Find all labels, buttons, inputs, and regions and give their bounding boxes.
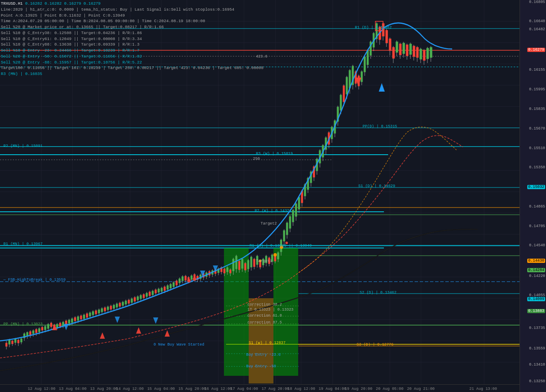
svg-rect-109 xyxy=(74,317,76,321)
price-18: 0.13250 xyxy=(529,379,545,383)
svg-rect-121 xyxy=(92,311,94,315)
svg-rect-131 xyxy=(107,307,109,310)
svg-rect-97 xyxy=(56,324,58,328)
svg-rect-301 xyxy=(361,72,363,82)
svg-rect-245 xyxy=(277,253,279,259)
svg-point-349 xyxy=(273,253,277,257)
price-5: 0.15995 xyxy=(529,87,545,92)
svg-rect-249 xyxy=(283,231,285,241)
price-15032: 0.15032 xyxy=(527,185,545,189)
price-14284: 0.14284 xyxy=(527,268,545,272)
svg-rect-83 xyxy=(35,329,37,333)
svg-rect-133 xyxy=(110,306,112,309)
svg-rect-159 xyxy=(149,292,151,296)
price-10: 0.14865 xyxy=(529,205,545,209)
price-12: 0.14540 xyxy=(529,243,545,248)
svg-rect-81 xyxy=(32,331,34,334)
time-label-6: 16 Aug 12:00 xyxy=(204,387,232,391)
svg-rect-105 xyxy=(68,320,70,323)
price-7: 0.15670 xyxy=(529,127,545,131)
time-label-2: 13 Aug 20:00 xyxy=(90,387,118,391)
svg-rect-93 xyxy=(50,323,52,327)
svg-rect-251 xyxy=(286,223,288,235)
price-axis: 0.16805 0.16640 0.16482 0.16279 0.16155 … xyxy=(520,0,546,392)
svg-rect-107 xyxy=(71,319,73,323)
svg-rect-187 xyxy=(191,276,192,280)
svg-rect-223 xyxy=(244,263,246,270)
time-label-11: 19 Aug 20:00 xyxy=(345,387,372,391)
time-label-3: 14 Aug 12:00 xyxy=(116,387,144,391)
time-label-4: 15 Aug 04:00 xyxy=(147,387,175,391)
price-13883: 0.13883 xyxy=(527,309,545,313)
svg-rect-137 xyxy=(116,304,118,307)
svg-rect-123 xyxy=(95,311,97,314)
svg-rect-243 xyxy=(274,256,276,261)
svg-rect-221 xyxy=(241,259,243,268)
svg-rect-321 xyxy=(392,47,395,58)
svg-rect-213 xyxy=(229,270,231,273)
time-label-1: 13 Aug 04:00 xyxy=(59,387,87,391)
svg-rect-60 xyxy=(273,248,298,376)
svg-rect-289 xyxy=(343,86,345,102)
chart-container: TRXUSD.H1 0.16282 0.16282 0.16279 0.1627… xyxy=(0,0,546,392)
svg-rect-99 xyxy=(59,323,61,326)
svg-rect-305 xyxy=(367,50,369,65)
svg-rect-211 xyxy=(227,268,228,272)
time-label-13: 20 Aug 21:00 xyxy=(407,387,435,391)
svg-rect-161 xyxy=(152,291,154,295)
svg-rect-113 xyxy=(80,316,82,319)
price-9: 0.15350 xyxy=(529,165,545,170)
svg-rect-63 xyxy=(6,343,7,346)
svg-point-348 xyxy=(259,259,261,262)
time-label-10: 19 Aug 04:00 xyxy=(319,387,346,391)
svg-rect-339 xyxy=(423,50,425,61)
time-label-9: 18 Aug 12:00 xyxy=(288,387,315,391)
svg-rect-237 xyxy=(265,256,267,263)
svg-rect-155 xyxy=(143,294,145,298)
time-label-5: 15 Aug 20:00 xyxy=(178,387,206,391)
svg-rect-143 xyxy=(125,301,127,304)
svg-rect-235 xyxy=(262,259,264,265)
svg-point-346 xyxy=(187,279,191,282)
svg-rect-69 xyxy=(15,339,16,343)
svg-rect-217 xyxy=(235,256,237,269)
svg-rect-119 xyxy=(89,313,91,316)
svg-rect-343 xyxy=(430,47,432,58)
svg-rect-209 xyxy=(224,269,225,273)
svg-rect-139 xyxy=(119,303,121,306)
time-label-12: 20 Aug 05:00 xyxy=(376,387,404,391)
svg-rect-287 xyxy=(340,95,342,110)
svg-rect-117 xyxy=(86,314,88,317)
price-13: 0.14220 xyxy=(529,274,545,278)
time-label-7: 17 Aug 04:00 xyxy=(230,387,258,391)
price-11: 0.14705 xyxy=(529,224,545,228)
price-8: 0.15510 xyxy=(529,146,545,150)
svg-rect-163 xyxy=(155,290,157,293)
svg-rect-239 xyxy=(268,258,270,264)
price-0: 0.16805 xyxy=(529,0,545,4)
price-16: 0.13559 xyxy=(529,346,545,351)
svg-rect-229 xyxy=(253,259,255,267)
svg-rect-337 xyxy=(420,49,422,59)
svg-rect-329 xyxy=(406,45,408,56)
svg-rect-303 xyxy=(364,57,366,72)
svg-rect-255 xyxy=(292,210,294,222)
time-label-14: 21 Aug 13:00 xyxy=(469,387,497,391)
svg-rect-79 xyxy=(29,331,31,335)
svg-rect-257 xyxy=(295,204,297,216)
svg-rect-319 xyxy=(389,39,391,51)
svg-rect-135 xyxy=(113,305,115,308)
svg-rect-77 xyxy=(26,332,28,336)
svg-rect-253 xyxy=(289,216,291,228)
svg-rect-147 xyxy=(131,299,133,303)
svg-rect-111 xyxy=(77,317,79,320)
svg-rect-141 xyxy=(122,302,124,306)
svg-rect-233 xyxy=(259,261,261,267)
svg-rect-317 xyxy=(386,30,388,43)
svg-rect-87 xyxy=(41,327,43,330)
svg-point-351 xyxy=(285,242,288,244)
time-axis: 12 Aug 12:00 13 Aug 04:00 13 Aug 20:00 1… xyxy=(0,384,520,392)
chart-svg: .grid-line { stroke: #2a2a3a; stroke-wid… xyxy=(0,0,520,392)
svg-rect-225 xyxy=(247,260,249,269)
svg-rect-291 xyxy=(346,77,348,94)
